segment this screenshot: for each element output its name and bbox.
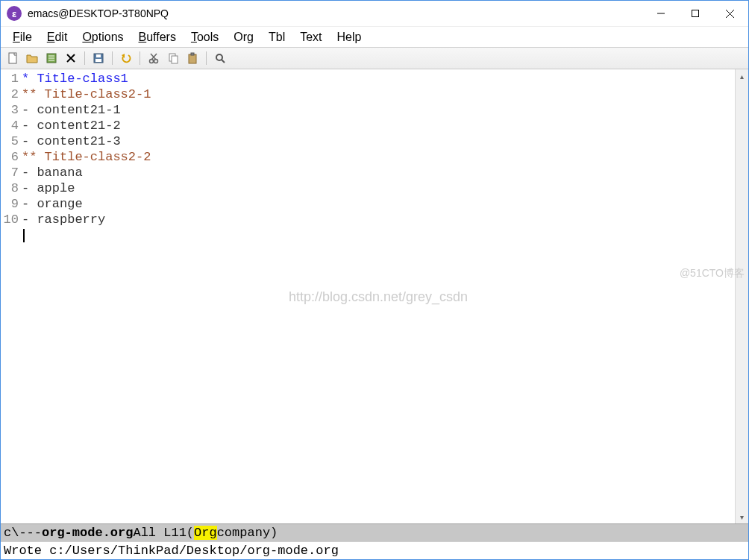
menu-help[interactable]: Help <box>330 29 369 45</box>
svg-rect-4 <box>9 53 16 63</box>
corner-watermark: @51CTO博客 <box>680 267 745 280</box>
emacs-app-icon: ε <box>7 6 22 21</box>
copy-icon <box>167 52 179 64</box>
modeline[interactable]: c\--- org-mode.org All L11 (Org company) <box>1 523 748 541</box>
cut-button[interactable] <box>145 50 163 66</box>
scroll-down-icon[interactable]: ▾ <box>736 510 748 523</box>
svg-rect-20 <box>172 56 178 63</box>
undo-button[interactable] <box>117 50 135 66</box>
echo-area-text: Wrote c:/Users/ThinkPad/Desktop/org-mode… <box>4 544 339 558</box>
buffer-line[interactable]: ** Title-class2-1 <box>22 86 735 102</box>
svg-rect-1 <box>692 10 699 17</box>
copy-button[interactable] <box>164 50 182 66</box>
toolbar-separator <box>84 51 85 65</box>
menu-tools[interactable]: Tools <box>184 29 226 45</box>
line-number: 2 <box>1 86 22 102</box>
toolbar-separator <box>112 51 113 65</box>
cut-icon <box>148 52 160 64</box>
svg-rect-13 <box>96 54 101 57</box>
buffer-line[interactable]: ** Title-class2-2 <box>22 149 735 165</box>
emacs-window: ε emacs@DESKTOP-3T80NPQ File Edit Option… <box>0 0 749 560</box>
titlebar: ε emacs@DESKTOP-3T80NPQ <box>1 1 748 26</box>
line-number: 4 <box>1 118 22 133</box>
text-cursor <box>23 229 25 242</box>
toolbar <box>1 47 748 69</box>
dired-button[interactable] <box>43 50 60 66</box>
kill-buffer-button[interactable] <box>62 50 80 66</box>
editor-area: 12345678910 http://blog.csdn.net/grey_cs… <box>1 69 748 523</box>
toolbar-separator <box>140 51 140 65</box>
menu-text[interactable]: Text <box>292 29 329 45</box>
modeline-position: All L11 <box>133 526 186 540</box>
close-button[interactable] <box>712 2 747 25</box>
svg-point-23 <box>216 54 222 60</box>
text-buffer[interactable]: http://blog.csdn.net/grey_csdn * Title-c… <box>22 69 735 523</box>
line-number: 7 <box>1 165 22 180</box>
svg-line-24 <box>222 60 225 63</box>
close-icon <box>66 53 76 63</box>
line-number: 9 <box>1 196 22 212</box>
vertical-scrollbar[interactable]: ▴ ▾ <box>735 69 748 523</box>
modeline-major-mode: Org <box>194 526 217 540</box>
watermark-text: http://blog.csdn.net/grey_csdn <box>289 289 468 304</box>
open-folder-icon <box>26 52 38 64</box>
svg-rect-12 <box>95 59 101 62</box>
menu-org[interactable]: Org <box>226 29 261 45</box>
window-title: emacs@DESKTOP-3T80NPQ <box>28 7 169 19</box>
menu-options[interactable]: Options <box>75 29 131 45</box>
modeline-status: c\--- <box>4 526 42 540</box>
line-number: 5 <box>1 133 22 149</box>
svg-point-15 <box>150 60 154 63</box>
menu-buffers[interactable]: Buffers <box>131 29 184 45</box>
buffer-line[interactable]: * Title-class1 <box>22 71 735 86</box>
buffer-line[interactable]: - orange <box>22 196 735 212</box>
svg-point-16 <box>154 60 158 63</box>
minimize-button[interactable] <box>644 2 678 25</box>
new-file-icon <box>7 52 19 64</box>
maximize-button[interactable] <box>678 2 712 25</box>
cursor-line[interactable] <box>22 227 735 243</box>
buffer-line[interactable]: - content21-1 <box>22 102 735 118</box>
minibuffer[interactable]: Wrote c:/Users/ThinkPad/Desktop/org-mode… <box>1 541 748 559</box>
open-file-button[interactable] <box>23 50 41 66</box>
search-button[interactable] <box>211 50 229 66</box>
save-button[interactable] <box>90 50 107 66</box>
buffer-line[interactable]: - content21-3 <box>22 133 735 149</box>
buffer-line[interactable]: - banana <box>22 165 735 180</box>
buffer-line[interactable]: - apple <box>22 180 735 196</box>
menu-tbl[interactable]: Tbl <box>261 29 292 45</box>
line-number: 3 <box>1 102 22 118</box>
svg-rect-22 <box>191 53 194 55</box>
line-number: 1 <box>1 71 22 86</box>
paste-button[interactable] <box>184 50 201 66</box>
line-number: 8 <box>1 180 22 196</box>
buffer-line[interactable]: - content21-2 <box>22 118 735 133</box>
menu-file[interactable]: File <box>5 29 40 45</box>
line-number: 10 <box>1 212 22 227</box>
line-number: 6 <box>1 149 22 165</box>
toolbar-separator <box>206 51 207 65</box>
menu-edit[interactable]: Edit <box>40 29 75 45</box>
undo-icon <box>120 52 132 64</box>
paste-icon <box>187 52 198 64</box>
menubar: File Edit Options Buffers Tools Org Tbl … <box>1 26 748 47</box>
modeline-minor-modes: company) <box>217 526 278 540</box>
buffer-line[interactable]: - raspberry <box>22 212 735 227</box>
dired-icon <box>46 52 57 64</box>
new-file-button[interactable] <box>4 50 22 66</box>
save-icon <box>93 52 104 64</box>
scroll-up-icon[interactable]: ▴ <box>736 69 748 83</box>
line-number-gutter: 12345678910 <box>1 69 22 523</box>
modeline-filename: org-mode.org <box>42 526 133 540</box>
modeline-mode-open: ( <box>187 526 194 540</box>
search-icon <box>214 52 226 64</box>
svg-rect-21 <box>189 54 196 63</box>
